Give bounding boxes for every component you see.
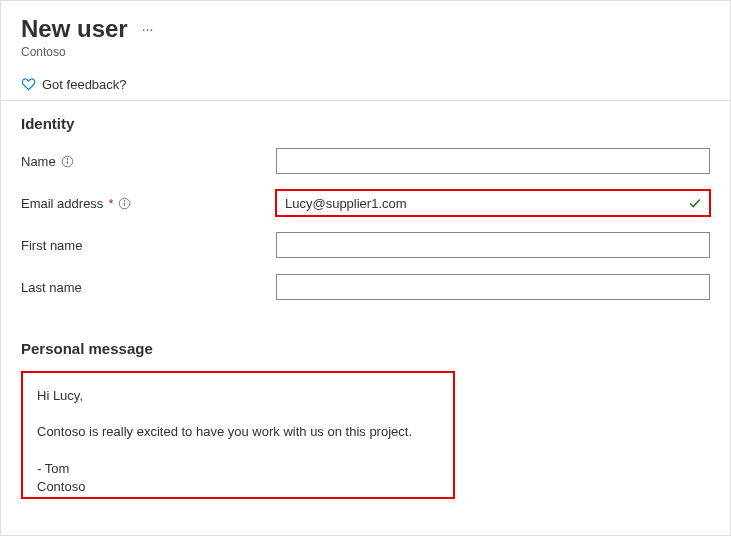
email-label: Email address *	[21, 196, 276, 211]
lastname-input[interactable]	[276, 274, 710, 300]
content: Identity Name Email address *	[1, 101, 730, 502]
required-indicator: *	[108, 196, 113, 211]
firstname-input-wrap	[276, 232, 710, 258]
info-icon[interactable]	[118, 197, 131, 210]
subtitle: Contoso	[21, 45, 710, 59]
title-row: New user ···	[21, 15, 710, 43]
email-input-wrap	[276, 190, 710, 216]
name-label: Name	[21, 154, 276, 169]
form-row-lastname: Last name	[21, 274, 710, 300]
personal-section-title: Personal message	[21, 340, 710, 357]
personal-message-textarea[interactable]	[21, 371, 455, 499]
firstname-label-text: First name	[21, 238, 82, 253]
email-input[interactable]	[276, 190, 710, 216]
form-row-firstname: First name	[21, 232, 710, 258]
firstname-input[interactable]	[276, 232, 710, 258]
feedback-link[interactable]: Got feedback?	[1, 67, 730, 101]
lastname-label-text: Last name	[21, 280, 82, 295]
more-actions-icon[interactable]: ···	[142, 21, 154, 37]
page-header: New user ··· Contoso	[1, 1, 730, 67]
info-icon[interactable]	[61, 155, 74, 168]
form-row-email: Email address *	[21, 190, 710, 216]
page-title: New user	[21, 15, 128, 43]
svg-point-5	[124, 200, 125, 201]
feedback-label: Got feedback?	[42, 77, 127, 92]
lastname-input-wrap	[276, 274, 710, 300]
lastname-label: Last name	[21, 280, 276, 295]
name-input[interactable]	[276, 148, 710, 174]
form-row-name: Name	[21, 148, 710, 174]
svg-point-2	[67, 158, 68, 159]
check-icon	[688, 196, 702, 210]
name-label-text: Name	[21, 154, 56, 169]
identity-section-title: Identity	[21, 115, 710, 132]
email-label-text: Email address	[21, 196, 103, 211]
heart-icon	[21, 77, 36, 92]
name-input-wrap	[276, 148, 710, 174]
firstname-label: First name	[21, 238, 276, 253]
